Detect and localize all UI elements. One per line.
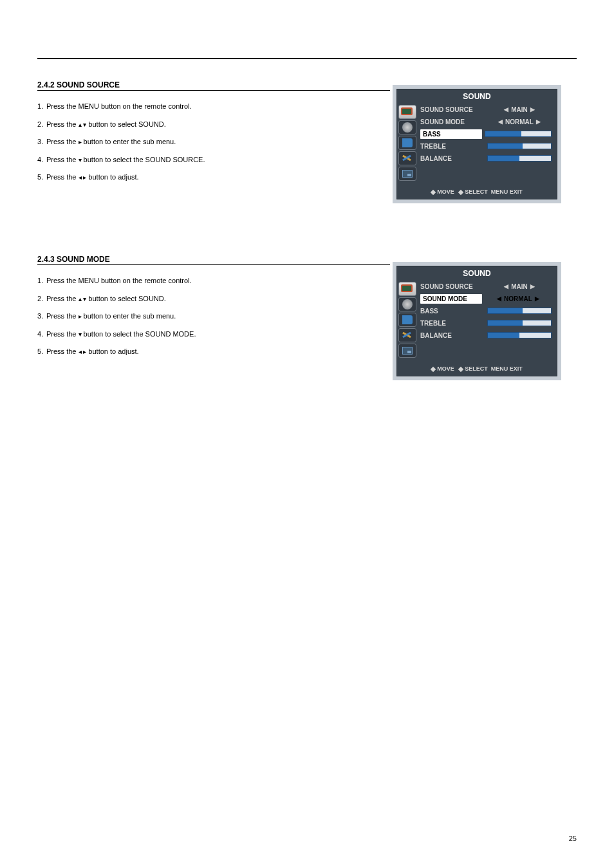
osd-row-label: SOUND MODE xyxy=(420,294,482,304)
main-content: 2.4.2 SOUND SOURCE 1. Press the MENU but… xyxy=(37,80,205,203)
right-tri-icon: ▶ xyxy=(530,283,535,290)
treble-slider[interactable] xyxy=(487,320,552,326)
bass-slider[interactable] xyxy=(485,131,552,137)
left-tri-icon: ◀ xyxy=(497,295,501,302)
osd-row-balance[interactable]: BALANCE xyxy=(418,329,554,341)
osd-footer: MOVE SELECT MENU EXIT xyxy=(397,182,557,199)
osd-row-balance[interactable]: BALANCE xyxy=(418,152,554,164)
osd-row-label: TREBLE xyxy=(420,143,485,150)
osd-value-text: NORMAL xyxy=(505,118,534,125)
pip-icon[interactable] xyxy=(398,344,416,358)
osd-menu-sound-source: SOUND SOUND SOURCE ◀MAIN▶ SOUND MODE xyxy=(393,85,561,203)
left-tri-icon: ◀ xyxy=(498,118,503,125)
osd-row-value: ◀MAIN▶ xyxy=(485,283,554,290)
step-text: Press the xyxy=(46,138,79,145)
step-number: 2. xyxy=(37,119,43,131)
footer-move: MOVE xyxy=(437,189,454,195)
step-number: 2. xyxy=(37,293,43,305)
steps-list: 1. Press the MENU button on the remote c… xyxy=(37,101,205,183)
picture-icon[interactable] xyxy=(398,105,416,119)
steps-list: 1. Press the MENU button on the remote c… xyxy=(37,275,196,358)
osd-row-label: SOUND MODE xyxy=(420,118,485,125)
osd-row-sound-mode[interactable]: SOUND MODE ◀NORMAL▶ xyxy=(418,293,554,304)
right-tri-icon: ▶ xyxy=(536,118,541,125)
up-down-arrows-icon: ▴ ▾ xyxy=(79,296,87,302)
step: 5. Press the ◂ ▸ button to adjust. xyxy=(37,346,196,358)
osd-row-treble[interactable]: TREBLE xyxy=(418,317,554,329)
balance-slider[interactable] xyxy=(487,155,552,162)
diamond-icon xyxy=(431,366,436,371)
osd-row-sound-source[interactable]: SOUND SOURCE ◀MAIN▶ xyxy=(418,281,554,292)
setup-icon[interactable] xyxy=(398,328,416,342)
balance-slider[interactable] xyxy=(487,332,552,338)
osd-row-bass[interactable]: BASS xyxy=(418,305,554,317)
signal-icon[interactable] xyxy=(398,297,416,311)
footer-menu: MENU xyxy=(491,365,508,372)
osd-row-sound-mode[interactable]: SOUND MODE ◀NORMAL▶ xyxy=(418,116,554,127)
treble-slider[interactable] xyxy=(487,143,552,149)
step: 5. Press the ◂ ▸ button to adjust. xyxy=(37,172,205,183)
step-number: 4. xyxy=(37,329,43,340)
left-tri-icon: ◀ xyxy=(504,283,508,290)
osd-row-label: BASS xyxy=(420,308,485,315)
step-number: 3. xyxy=(37,311,43,322)
step-text: button to select SOUND. xyxy=(86,120,166,128)
right-tri-icon: ▶ xyxy=(535,295,539,302)
step-text: button to enter the sub menu. xyxy=(82,138,176,145)
step-number: 5. xyxy=(37,346,43,358)
step-text: Press the xyxy=(46,120,79,128)
page-top-rule xyxy=(37,58,577,59)
section-title: 2.4.3 SOUND MODE xyxy=(37,255,196,264)
osd-title: SOUND xyxy=(397,89,557,104)
osd-category-icons xyxy=(397,281,418,359)
step-text: button to select the SOUND MODE. xyxy=(82,330,196,338)
page-number: 25 xyxy=(569,835,577,842)
signal-icon[interactable] xyxy=(398,120,416,134)
osd-menu-sound-mode: SOUND SOUND SOURCE ◀MAIN▶ SOUND MODE xyxy=(393,262,561,380)
osd-title: SOUND xyxy=(397,266,557,281)
sound-icon[interactable] xyxy=(398,313,416,327)
step-text: Press the xyxy=(46,156,79,163)
step: 2. Press the ▴ ▾ button to select SOUND. xyxy=(37,119,205,131)
osd-row-label: SOUND SOURCE xyxy=(420,106,485,113)
osd-row-sound-source[interactable]: SOUND SOURCE ◀MAIN▶ xyxy=(418,104,554,115)
osd-row-label: BALANCE xyxy=(420,332,485,339)
osd-row-value: ◀MAIN▶ xyxy=(485,106,554,113)
footer-exit: EXIT xyxy=(510,189,523,195)
left-right-arrows-icon: ◂ ▸ xyxy=(79,349,87,355)
osd-panel: SOUND SOUND SOURCE ◀MAIN▶ SOUND MODE xyxy=(396,89,557,199)
step-text: Press the MENU button on the remote cont… xyxy=(46,102,192,110)
step-number: 1. xyxy=(37,275,43,287)
osd-panel: SOUND SOUND SOURCE ◀MAIN▶ SOUND MODE xyxy=(396,266,557,376)
pip-icon[interactable] xyxy=(398,167,416,181)
step-text: button to select the SOUND SOURCE. xyxy=(82,156,205,163)
step: 1. Press the MENU button on the remote c… xyxy=(37,101,205,113)
osd-category-icons xyxy=(397,104,418,182)
picture-icon[interactable] xyxy=(398,282,416,296)
step: 4. Press the ▾ button to select the SOUN… xyxy=(37,329,196,340)
osd-row-bass[interactable]: BASS xyxy=(418,128,554,140)
footer-exit: EXIT xyxy=(510,365,523,372)
osd-body: SOUND SOURCE ◀MAIN▶ SOUND MODE ◀NORMAL▶ … xyxy=(397,104,557,182)
step-text: Press the MENU button on the remote cont… xyxy=(46,277,192,284)
section-sound-source: 2.4.2 SOUND SOURCE 1. Press the MENU but… xyxy=(37,80,205,183)
left-right-arrows-icon: ◂ ▸ xyxy=(79,174,87,181)
bass-slider[interactable] xyxy=(487,308,552,314)
step-text: Press the xyxy=(46,295,79,302)
osd-row-value: ◀NORMAL▶ xyxy=(485,118,554,125)
osd-value-text: MAIN xyxy=(511,283,528,290)
step-text: button to adjust. xyxy=(86,347,138,355)
diamond-icon xyxy=(458,366,463,371)
step-number: 3. xyxy=(37,136,43,148)
osd-frame: SOUND SOUND SOURCE ◀MAIN▶ SOUND MODE xyxy=(393,262,561,380)
step-number: 1. xyxy=(37,101,43,113)
step-number: 4. xyxy=(37,154,43,166)
step-text: Press the xyxy=(46,330,79,338)
sound-icon[interactable] xyxy=(398,136,416,150)
osd-row-label: BALANCE xyxy=(420,155,485,162)
left-tri-icon: ◀ xyxy=(504,106,508,113)
osd-rows: SOUND SOURCE ◀MAIN▶ SOUND MODE ◀NORMAL▶ … xyxy=(418,104,557,182)
up-down-arrows-icon: ▴ ▾ xyxy=(79,122,87,128)
osd-row-treble[interactable]: TREBLE xyxy=(418,140,554,152)
setup-icon[interactable] xyxy=(398,151,416,165)
